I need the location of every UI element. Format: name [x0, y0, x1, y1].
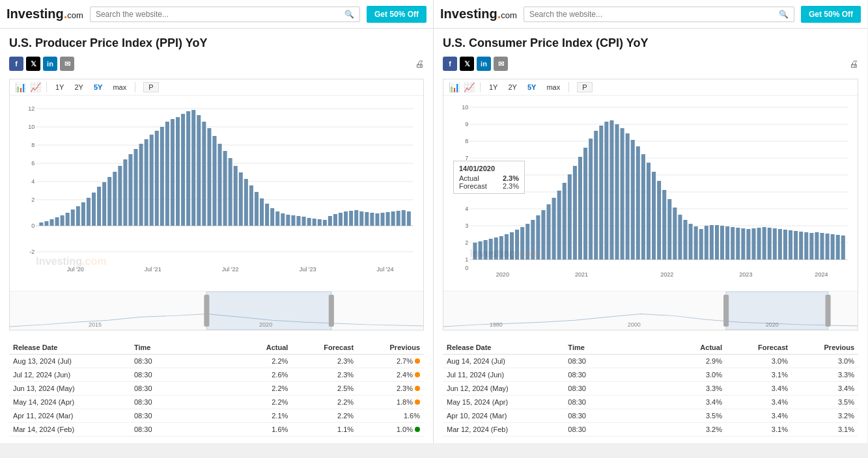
- cpi-p-button[interactable]: P: [577, 82, 592, 92]
- ppi-search-input[interactable]: [96, 10, 344, 19]
- cpi-row-spacer: [609, 409, 674, 423]
- cpi-col-release-date: Release Date: [443, 341, 564, 355]
- ppi-row-time: 08:30: [130, 355, 175, 368]
- ppi-chart-svg-wrap: 12 10 8 6 4 2 0 -2 Jul '20 Jul '21 Jul '…: [10, 96, 423, 291]
- ppi-chart-toolbar: 📊 📈 1Y 2Y 5Y max P: [10, 79, 423, 96]
- cpi-row-previous: 3.5%: [792, 396, 858, 409]
- ppi-line-chart-icon[interactable]: 📈: [30, 82, 41, 92]
- svg-rect-51: [197, 115, 201, 226]
- svg-rect-52: [202, 122, 206, 226]
- svg-rect-147: [594, 131, 598, 260]
- cpi-col-actual: Actual: [674, 341, 726, 355]
- svg-rect-53: [207, 128, 211, 226]
- cpi-twitter-button[interactable]: 𝕏: [460, 57, 474, 71]
- ppi-row-date: Aug 13, 2024 (Jul): [9, 355, 130, 368]
- cpi-row-previous: 3.1%: [792, 423, 858, 437]
- ppi-table-row: Aug 13, 2024 (Jul) 08:30 2.2% 2.3% 2.7%: [9, 355, 424, 368]
- ppi-bar-chart-icon[interactable]: 📊: [15, 82, 26, 92]
- svg-rect-73: [313, 219, 316, 226]
- svg-rect-23: [49, 219, 53, 226]
- svg-rect-40: [139, 144, 143, 226]
- svg-text:2000: 2000: [628, 321, 641, 328]
- ppi-linkedin-button[interactable]: in: [43, 57, 57, 71]
- cpi-bar-chart-icon[interactable]: 📊: [449, 82, 460, 92]
- ppi-chart-navigator[interactable]: 2015 2020: [10, 291, 423, 330]
- svg-rect-65: [270, 208, 274, 226]
- cpi-period-5y[interactable]: 5Y: [524, 83, 539, 92]
- cpi-line-chart-icon[interactable]: 📈: [464, 82, 475, 92]
- ppi-col-forecast: Forecast: [292, 341, 357, 355]
- ppi-data-table: Release Date Time Actual Forecast Previo…: [9, 341, 424, 437]
- ppi-row-previous: 1.0%: [357, 423, 424, 437]
- cpi-chart-toolbar: 📊 📈 1Y 2Y 5Y max P: [443, 79, 858, 96]
- ppi-period-1y[interactable]: 1Y: [52, 83, 67, 92]
- svg-rect-64: [265, 204, 269, 226]
- svg-rect-89: [397, 211, 400, 226]
- svg-text:6: 6: [465, 172, 468, 178]
- cpi-row-time: 08:30: [564, 382, 609, 396]
- svg-rect-162: [673, 208, 677, 260]
- ppi-row-date: Mar 14, 2024 (Feb): [9, 423, 130, 437]
- cpi-period-max[interactable]: max: [543, 83, 563, 92]
- svg-rect-182: [778, 229, 782, 260]
- cpi-toolbar-sep: [480, 82, 481, 92]
- ppi-p-button[interactable]: P: [143, 82, 158, 92]
- ppi-print-icon[interactable]: 🖨: [415, 59, 424, 69]
- cpi-print-icon[interactable]: 🖨: [849, 59, 858, 69]
- cpi-search-bar[interactable]: 🔍: [524, 7, 794, 22]
- ppi-period-2y[interactable]: 2Y: [71, 83, 86, 92]
- cpi-row-previous: 3.4%: [792, 382, 858, 396]
- ppi-row-dot: [415, 427, 420, 432]
- cpi-cta-button[interactable]: Get 50% Off: [801, 6, 861, 23]
- cpi-row-previous: 3.3%: [792, 368, 858, 382]
- ppi-row-actual: 2.2%: [240, 382, 292, 396]
- svg-text:2015: 2015: [89, 321, 102, 328]
- ppi-twitter-button[interactable]: 𝕏: [26, 57, 40, 71]
- cpi-row-spacer: [609, 355, 674, 368]
- ppi-header: Investing.com 🔍 Get 50% Off: [0, 0, 433, 29]
- svg-rect-168: [705, 226, 708, 260]
- ppi-row-forecast: 2.5%: [292, 382, 357, 396]
- svg-rect-90: [402, 210, 406, 226]
- svg-rect-28: [76, 206, 80, 226]
- cpi-period-2y[interactable]: 2Y: [505, 83, 520, 92]
- svg-rect-67: [281, 213, 285, 226]
- ppi-facebook-button[interactable]: f: [9, 57, 23, 71]
- svg-text:10: 10: [462, 104, 468, 111]
- svg-text:2023: 2023: [739, 271, 752, 278]
- cpi-email-button[interactable]: ✉: [494, 57, 508, 71]
- ppi-cta-button[interactable]: Get 50% Off: [367, 6, 427, 23]
- cpi-search-input[interactable]: [529, 10, 779, 19]
- ppi-row-time: 08:30: [130, 396, 175, 409]
- ppi-row-previous: 1.6%: [357, 409, 424, 423]
- cpi-row-forecast: 3.0%: [726, 355, 792, 368]
- cpi-table-row: Aug 14, 2024 (Jul) 08:30 2.9% 3.0% 3.0%: [443, 355, 858, 368]
- ppi-table-row: Jul 12, 2024 (Jun) 08:30 2.6% 2.3% 2.4%: [9, 368, 424, 382]
- ppi-search-bar[interactable]: 🔍: [90, 7, 360, 22]
- ppi-row-time: 08:30: [130, 382, 175, 396]
- svg-rect-95: [329, 295, 334, 327]
- ppi-row-time: 08:30: [130, 409, 175, 423]
- cpi-period-1y[interactable]: 1Y: [486, 83, 501, 92]
- svg-text:10: 10: [28, 124, 35, 130]
- svg-text:Jul '22: Jul '22: [222, 266, 239, 273]
- cpi-chart-navigator[interactable]: 1980 2000 2020: [443, 291, 858, 330]
- ppi-social-icons: f 𝕏 in ✉: [9, 57, 74, 71]
- cpi-table-row: Jul 11, 2024 (Jun) 08:30 3.0% 3.1% 3.3%: [443, 368, 858, 382]
- ppi-row-previous: 2.3%: [357, 382, 424, 396]
- cpi-chart-svg: 10 9 8 7 6 5 4 3 2 1 0 2020 2021 2022 20…: [443, 96, 858, 291]
- svg-text:2020: 2020: [496, 271, 509, 278]
- svg-rect-21: [39, 222, 43, 226]
- ppi-email-button[interactable]: ✉: [60, 57, 74, 71]
- cpi-linkedin-button[interactable]: in: [477, 57, 491, 71]
- ppi-period-5y[interactable]: 5Y: [91, 83, 105, 92]
- svg-text:4: 4: [465, 206, 468, 212]
- ppi-period-max[interactable]: max: [109, 83, 130, 92]
- ppi-chart-svg: 12 10 8 6 4 2 0 -2 Jul '20 Jul '21 Jul '…: [10, 96, 423, 291]
- svg-rect-46: [171, 119, 175, 226]
- svg-rect-197: [723, 295, 729, 327]
- svg-rect-55: [218, 144, 222, 226]
- ppi-row-date: Jul 12, 2024 (Jun): [9, 368, 130, 382]
- cpi-facebook-button[interactable]: f: [443, 57, 457, 71]
- svg-rect-45: [165, 122, 169, 226]
